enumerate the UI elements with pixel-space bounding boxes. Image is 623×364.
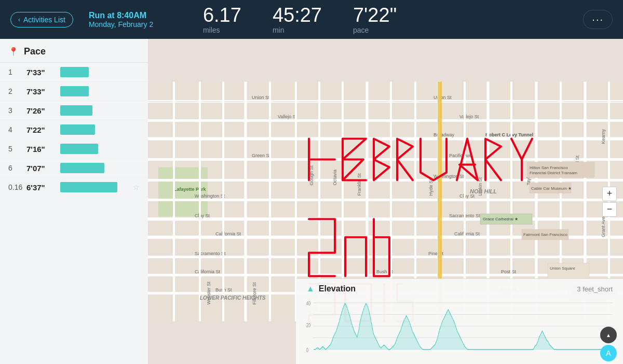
run-type: Run at 8:40AM [89,11,172,20]
elevation-title-group: ▲ Elevation [306,284,356,293]
elevation-title: Elevation [319,284,356,293]
pace-stat: 7'22" pace [353,5,397,34]
svg-text:Cable Car Museum ★: Cable Car Museum ★ [531,186,572,191]
pace-time: 7'22" [26,125,55,134]
pace-row[interactable]: 1 7'33" [0,63,148,82]
svg-text:Pacific Ave: Pacific Ave [449,153,472,158]
distance-unit: miles [203,26,220,34]
back-button[interactable]: ‹ Activities List [10,12,73,27]
svg-text:Grace Cathedral ★: Grace Cathedral ★ [483,217,518,221]
elevation-chart [306,298,613,355]
pace-mile: 1 [8,68,26,76]
pace-bar [60,163,104,173]
pace-bar [60,124,95,135]
zoom-in-button[interactable]: + [602,187,617,201]
map-container[interactable]: Lafayette Park Union St Union St Vallejo… [148,39,623,364]
pace-bar [60,144,98,154]
pace-mile: 4 [8,125,26,134]
svg-text:Lafayette Park: Lafayette Park [174,187,207,192]
more-button[interactable]: ··· [583,10,613,29]
pace-bar [60,182,117,192]
chevron-left-icon: ‹ [18,16,20,23]
svg-text:Union St: Union St [252,95,270,100]
pace-bar-container [60,144,140,154]
pace-row[interactable]: 6 7'07" [0,159,148,178]
svg-text:Union St: Union St [434,95,452,100]
svg-text:Vallejo St: Vallejo St [278,114,297,119]
nav-icon: A [600,345,617,361]
pace-mile: 3 [8,106,26,115]
svg-text:California St: California St [215,231,241,236]
terrain-icon: ▲ [600,327,617,343]
pace-time: 7'26" [26,106,55,115]
pace-bar [60,67,89,77]
pace-time: 6'37" [26,183,55,192]
svg-text:Fillmore St: Fillmore St [252,282,257,305]
pace-list: 1 7'33" 2 7'33" 3 7'26" 4 7'22" [0,63,148,364]
distance-stat: 6.17 miles [203,5,241,34]
svg-text:Hilton San Francisco: Hilton San Francisco [530,165,568,170]
app-header: ‹ Activities List Run at 8:40AM Monday, … [0,0,623,39]
pace-time: 7'33" [26,68,55,77]
pace-time: 7'33" [26,87,55,96]
svg-text:California St: California St [454,231,480,236]
svg-text:Hyde St: Hyde St [428,179,434,196]
pace-row[interactable]: 0.16 6'37" ☆ [0,178,148,197]
elevation-panel: ▲ Elevation 3 feet_short [296,278,623,364]
svg-text:Clay St: Clay St [195,213,210,218]
svg-text:Webster St: Webster St [206,282,211,305]
time-unit: min [273,26,285,34]
svg-text:Franklin St: Franklin St [357,173,362,196]
terrain-button[interactable]: ▲ [600,327,617,343]
svg-text:Robert C Levy Tunnel: Robert C Levy Tunnel [485,132,533,137]
svg-text:Grant Ave: Grant Ave [601,217,606,237]
pace-row[interactable]: 3 7'26" [0,101,148,120]
time-stat: 45:27 min [273,5,322,34]
pace-bar-container [60,163,140,173]
svg-text:Post St: Post St [501,269,517,274]
pace-time: 7'16" [26,145,55,153]
svg-text:NOB HILL: NOB HILL [470,188,497,194]
svg-rect-67 [527,162,594,178]
svg-text:Kearny: Kearny [601,129,606,144]
pace-sidebar: 📍 Pace 1 7'33" 2 7'33" 3 7'26" [0,39,148,364]
svg-text:California St: California St [195,269,221,274]
back-label: Activities List [23,16,65,24]
main-content: 📍 Pace 1 7'33" 2 7'33" 3 7'26" [0,39,623,364]
svg-text:Green St: Green St [252,153,271,158]
pace-unit: pace [353,26,369,34]
run-info: Run at 8:40AM Monday, February 2 [89,11,172,29]
distance-value: 6.17 [203,5,241,25]
svg-text:Vallejo St: Vallejo St [459,114,479,119]
star-icon[interactable]: ☆ [133,183,140,191]
pace-bar [60,105,92,116]
pace-bar [60,86,89,96]
pace-bar-container [60,105,140,116]
svg-text:Octavia: Octavia [332,170,337,186]
zoom-out-button[interactable]: − [602,202,617,217]
zoom-controls: + − [602,187,617,217]
pace-title: Pace [24,46,46,57]
run-date: Monday, February 2 [89,20,172,29]
svg-text:Financial District  Transam: Financial District Transam [530,171,577,175]
navigation-button[interactable]: A [600,345,617,361]
pace-mile: 6 [8,164,26,172]
location-icon: 📍 [8,47,19,57]
pace-row[interactable]: 2 7'33" [0,82,148,101]
pace-row[interactable]: 4 7'22" [0,120,148,139]
svg-text:Fairmont San Francisco: Fairmont San Francisco [523,232,567,237]
pace-value: 7'22" [353,5,397,25]
pace-mile: 5 [8,145,26,153]
svg-text:Union Square: Union Square [550,266,575,271]
elevation-unit: 3 feet_short [577,285,613,293]
pace-bar-container [60,182,133,192]
pace-section-header: 📍 Pace [0,39,148,63]
pace-mile: 0.16 [8,183,26,191]
pace-bar-container [60,86,140,96]
elevation-header: ▲ Elevation 3 feet_short [306,284,613,293]
pace-row[interactable]: 5 7'16" [0,139,148,159]
pace-time: 7'07" [26,164,55,173]
elevation-chart-icon: ▲ [306,284,315,293]
svg-text:LOWER PACIFIC HEIGHTS: LOWER PACIFIC HEIGHTS [200,295,266,301]
svg-text:Broadway: Broadway [434,132,455,137]
